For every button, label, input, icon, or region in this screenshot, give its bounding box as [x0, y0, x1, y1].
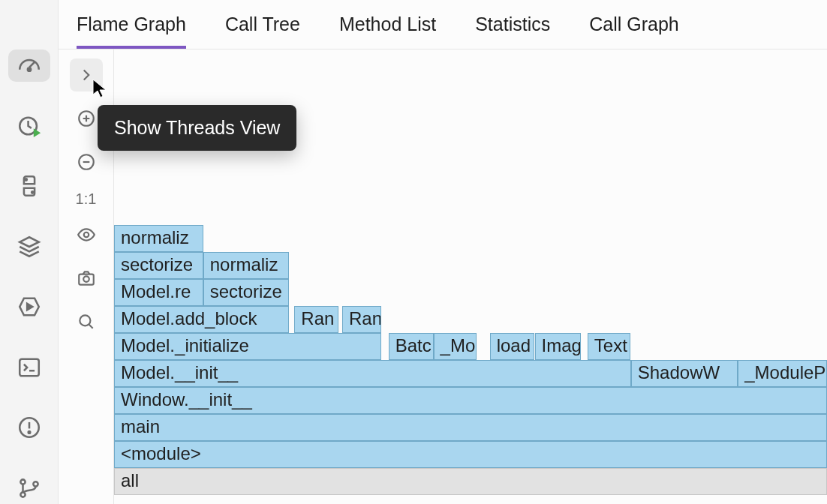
svg-point-3	[32, 192, 33, 194]
flame-row: Model._initializeBatc_MoloadImagText	[114, 333, 827, 360]
flame-cell[interactable]: Batc	[389, 333, 434, 360]
flame-cell[interactable]: normaliz	[203, 252, 289, 279]
flame-cell[interactable]: load	[490, 333, 535, 360]
layers-icon[interactable]	[8, 231, 50, 263]
play-hex-icon[interactable]	[8, 291, 50, 323]
flame-cell[interactable]: sectorize	[203, 279, 289, 306]
flame-row: Model.resectorize	[114, 279, 827, 306]
flame-cell[interactable]: Window.__init__	[114, 387, 827, 414]
gauge-icon[interactable]	[8, 50, 50, 82]
svg-point-2	[25, 179, 26, 181]
svg-rect-4	[20, 358, 39, 376]
expand-threads-button[interactable]	[70, 58, 103, 92]
flame-row: Model.__init__ShadowW_ModuleP	[114, 360, 827, 387]
svg-point-7	[20, 479, 25, 484]
flame-row: Window.__init__	[114, 387, 827, 414]
flame-cell[interactable]: Model.re	[114, 279, 203, 306]
flame-cell[interactable]: all	[114, 468, 827, 495]
zoom-in-icon[interactable]	[70, 102, 103, 135]
left-rail	[0, 0, 59, 504]
terminal-icon[interactable]	[8, 352, 50, 384]
content-area: 1:1 normalizsectorizenormalizModel.resec…	[59, 50, 827, 504]
flame-row: main	[114, 414, 827, 441]
flame-cell[interactable]: Model.__init__	[114, 360, 631, 387]
warning-icon[interactable]	[8, 412, 50, 444]
camera-icon[interactable]	[70, 262, 103, 295]
clock-play-icon[interactable]	[8, 110, 50, 142]
scale-label: 1:1	[76, 190, 97, 208]
tab-flame-graph[interactable]: Flame Graph	[77, 14, 186, 49]
tool-column: 1:1	[59, 50, 114, 504]
flame-cell[interactable]: Ran	[342, 306, 381, 333]
flame-cell[interactable]: Ran	[294, 306, 338, 333]
svg-point-9	[33, 482, 38, 486]
git-branch-icon[interactable]	[8, 472, 50, 505]
flame-cell[interactable]: _ModuleP	[738, 360, 827, 387]
flame-cell[interactable]: Imag	[535, 333, 582, 360]
svg-point-6	[28, 431, 30, 434]
tab-method-list[interactable]: Method List	[339, 14, 436, 49]
search-icon[interactable]	[70, 305, 103, 338]
flame-row: sectorizenormaliz	[114, 252, 827, 279]
flame-cell[interactable]: normaliz	[114, 225, 203, 252]
svg-point-14	[83, 276, 89, 282]
flame-row: <module>	[114, 441, 827, 468]
flame-cell[interactable]: Model._initialize	[114, 333, 381, 360]
flame-cell[interactable]: <module>	[114, 441, 827, 468]
flame-row: Model.add_blockRanRan	[114, 306, 827, 333]
eye-icon[interactable]	[70, 218, 103, 251]
flame-cell[interactable]: Model.add_block	[114, 306, 289, 333]
tab-statistics[interactable]: Statistics	[475, 14, 550, 49]
tab-call-graph[interactable]: Call Graph	[589, 14, 679, 49]
flame-cell[interactable]: main	[114, 414, 827, 441]
flame-cell[interactable]: sectorize	[114, 252, 203, 279]
svg-point-12	[83, 232, 89, 238]
main-panel: Flame Graph Call Tree Method List Statis…	[59, 0, 827, 504]
flame-graph: normalizsectorizenormalizModel.resectori…	[114, 50, 827, 504]
svg-point-0	[27, 68, 30, 71]
flame-cell[interactable]: Text	[588, 333, 630, 360]
flame-cell[interactable]: ShadowW	[631, 360, 738, 387]
svg-point-8	[20, 492, 25, 496]
flame-cell[interactable]: _Mo	[434, 333, 477, 360]
tab-bar: Flame Graph Call Tree Method List Statis…	[59, 0, 827, 50]
python-icon[interactable]	[8, 170, 50, 202]
zoom-out-icon[interactable]	[70, 146, 103, 178]
flame-row: all	[114, 468, 827, 495]
flame-row: normaliz	[114, 225, 827, 252]
tab-call-tree[interactable]: Call Tree	[225, 14, 300, 49]
